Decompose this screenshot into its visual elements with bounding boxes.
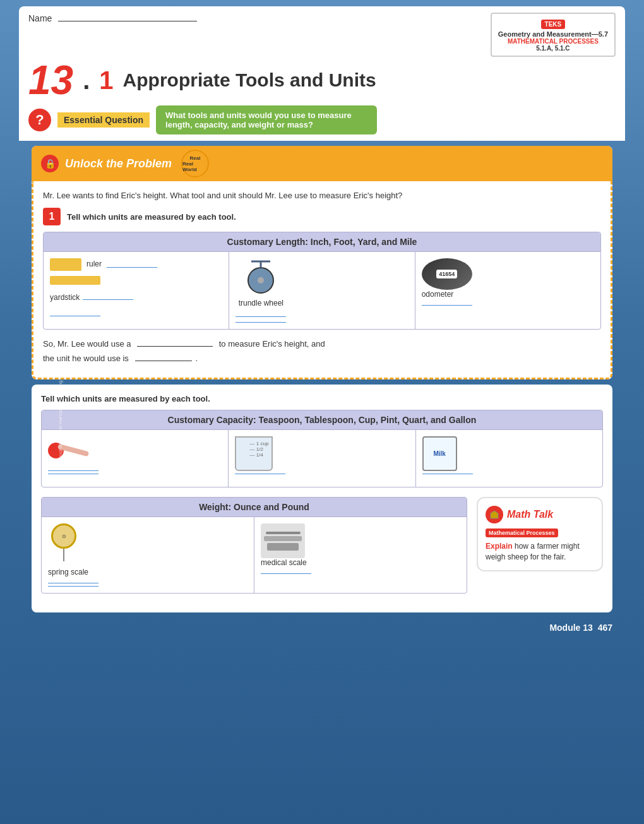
page-number: Module 13 467 — [549, 623, 612, 633]
essential-area: ? Essential Question What tools and unit… — [19, 105, 625, 141]
weight-table: Weight: Ounce and Pound ⊙ spring scale — [41, 497, 467, 603]
sentence2-prefix: the unit he would use is — [43, 354, 129, 363]
ruler-yardstick-inner: ruler yardstick — [50, 258, 222, 319]
section-instruction: Tell which units are measured by each to… — [41, 394, 603, 403]
scale-head: ⊙ — [51, 523, 76, 549]
medical-scale-image — [261, 523, 305, 558]
ruler-answer[interactable] — [107, 267, 157, 268]
medical-scale-label: medical scale — [261, 558, 307, 567]
teks-subject: Geometry and Measurement—5.7 — [498, 30, 608, 38]
trundle-answer-1[interactable] — [236, 316, 286, 317]
unlock-header: 🔒 Unlock the Problem Real Real World — [32, 146, 612, 181]
spring-answer[interactable] — [48, 583, 98, 583]
math-talk-icon — [486, 506, 503, 523]
step-icon: 1 — [43, 208, 61, 225]
teks-math-label: MATHEMATICAL PROCESSES — [498, 38, 608, 45]
chapter-num: 13 — [28, 60, 73, 100]
yardstick-answer[interactable] — [83, 299, 133, 300]
teks-code: 5.1.A, 5.1.C — [498, 45, 608, 52]
math-talk-content: Explain how a farmer might weigh sheep f… — [486, 541, 594, 563]
trundle-answer-2[interactable] — [236, 322, 286, 323]
scale-beam — [266, 532, 301, 534]
cup-answer[interactable] — [235, 474, 285, 474]
spoons-answer[interactable] — [48, 470, 98, 471]
cup-image: — 1 cup — 1/2 — 1/4 — [235, 436, 273, 471]
unlock-problem-section: 🔒 Unlock the Problem Real Real World Mr.… — [32, 146, 612, 379]
spring-scale-cell: ⊙ spring scale — [42, 517, 254, 593]
tools-row: ruler yardstick — [44, 251, 600, 329]
chapter-title: Appropriate Tools and Units — [123, 69, 376, 91]
name-label: Name — [28, 13, 52, 23]
math-talk-sub-row: Mathematical Processes — [486, 526, 594, 541]
ruler-yardstick-cell: ruler yardstick — [44, 252, 229, 329]
copyright-text: © Houghton Mifflin Harcourt Publishing C… — [57, 357, 63, 467]
essential-label: Essential Question — [57, 112, 150, 128]
sentence2: the unit he would use is . — [43, 354, 601, 363]
spring-scale-image: ⊙ — [48, 523, 80, 568]
step-box: 1 Tell which units are measured by each … — [43, 208, 601, 225]
sentence1-prefix: So, Mr. Lee would use a — [43, 339, 131, 349]
capacity-tools-row: — 1 cup — 1/2 — 1/4 Milk — [42, 429, 602, 487]
extra-answer-1[interactable] — [50, 316, 100, 316]
page-num: 467 — [598, 623, 612, 633]
svg-marker-4 — [491, 511, 498, 518]
capacity-table: Customary Capacity: Teaspoon, Tablespoon… — [41, 410, 603, 487]
odometer-answer[interactable] — [422, 305, 472, 306]
math-talk-box: Math Talk Mathematical Processes Explain… — [477, 497, 603, 571]
length-table-header: Customary Length: Inch, Foot, Yard, and … — [44, 232, 600, 251]
svg-point-1 — [258, 277, 264, 284]
math-talk-highlight: Explain — [486, 542, 513, 551]
trundle-wheel-image — [242, 258, 280, 296]
weight-tools-row: ⊙ spring scale — [42, 516, 467, 593]
sentence2-blank[interactable] — [135, 361, 192, 361]
yardstick-image — [50, 276, 100, 285]
spring-answer-2[interactable] — [48, 586, 98, 587]
name-field: Name — [28, 13, 197, 24]
weight-section: Weight: Ounce and Pound ⊙ spring scale — [41, 497, 603, 603]
badge-line1: Real — [190, 155, 201, 161]
medical-answer[interactable] — [261, 573, 311, 574]
scale-string — [63, 549, 64, 561]
ruler-label: ruler — [86, 260, 102, 268]
trundle-cell: trundle wheel — [229, 252, 415, 329]
chapter-sub: 1 — [99, 68, 113, 93]
capacity-table-header: Customary Capacity: Teaspoon, Tablespoon… — [42, 410, 602, 429]
length-table: Customary Length: Inch, Foot, Yard, and … — [43, 232, 601, 330]
header-area: Name TEKS Geometry and Measurement—5.7 M… — [19, 6, 625, 60]
chapter-header: 13 . 1 Appropriate Tools and Units — [19, 60, 625, 105]
trundle-label: trundle wheel — [239, 299, 283, 308]
math-talk-title: Math Talk — [507, 509, 553, 520]
page-footer: Module 13 467 — [19, 618, 625, 638]
ruler-row: ruler — [50, 258, 222, 273]
odometer-label: odometer — [422, 290, 454, 299]
weight-table-header: Weight: Ounce and Pound — [42, 498, 467, 516]
milk-jug-image: Milk — [422, 436, 457, 471]
spoon-image — [48, 436, 92, 468]
cup-lines: — 1 cup — 1/2 — 1/4 — [250, 441, 269, 458]
yardstick-row — [50, 276, 222, 287]
second-section: Tell which units are measured by each to… — [32, 385, 612, 612]
math-talk-header: Math Talk — [486, 506, 594, 523]
problem-text: Mr. Lee wants to find Eric's height. Wha… — [43, 191, 601, 200]
essential-text-box: What tools and units would you use to me… — [156, 105, 377, 134]
unlock-title: Unlock the Problem — [65, 157, 172, 170]
math-talk-sub-label: Mathematical Processes — [486, 528, 558, 537]
extra-line-1 — [50, 308, 222, 319]
unlock-body: Mr. Lee wants to find Eric's height. Wha… — [32, 181, 612, 379]
real-world-badge: Real Real World — [181, 150, 209, 177]
sentence1-blank[interactable] — [137, 346, 213, 347]
medical-scale-cell: medical scale — [254, 517, 467, 593]
odometer-display: 41654 — [436, 270, 457, 278]
odometer-cell: 41654 odometer — [415, 252, 600, 329]
scale-platform — [264, 536, 302, 541]
module-label: Module 13 — [549, 623, 592, 633]
unlock-icon: 🔒 — [41, 155, 59, 172]
yardstick-label: yardstick — [50, 293, 80, 302]
milk-answer[interactable] — [422, 474, 473, 474]
cup-cell: — 1 cup — 1/2 — 1/4 — [229, 430, 415, 487]
sentence1-suffix: to measure Eric's height, and — [219, 339, 325, 349]
spoons-answer-2[interactable] — [48, 474, 98, 474]
teks-box: TEKS Geometry and Measurement—5.7 MATHEM… — [491, 13, 616, 57]
spoons-cell — [42, 430, 229, 487]
ruler-image — [50, 258, 81, 271]
